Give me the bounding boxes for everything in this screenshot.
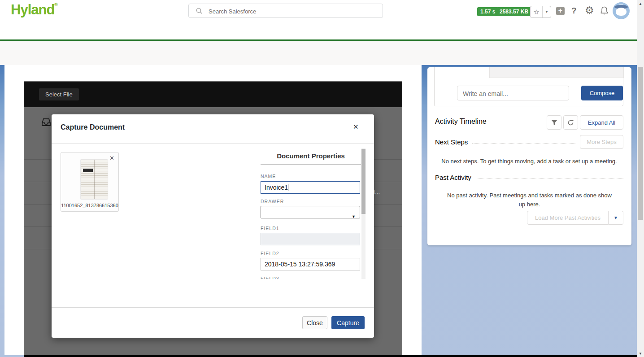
favorites-split-button: ☆ ▼ — [530, 6, 551, 18]
scroll-up-icon[interactable]: ▲ — [639, 2, 642, 6]
hyland-logo: Hyland® — [11, 2, 58, 18]
filter-icon — [551, 120, 557, 126]
load-more-menu-button[interactable]: ▼ — [609, 211, 623, 225]
modal-title: Capture Document — [61, 123, 125, 131]
plus-icon: + — [558, 7, 562, 14]
search-input[interactable] — [208, 6, 375, 17]
drawer-inbox-icon — [42, 118, 51, 126]
next-steps-empty-text: No next steps. To get things moving, add… — [435, 157, 623, 166]
drawer-label: DRAWER — [261, 199, 284, 204]
drawer-select[interactable]: ▼ — [261, 206, 360, 218]
activity-panel-card: Compose Activity Timeline Expand All Nex… — [427, 67, 631, 245]
close-icon: ✕ — [353, 123, 359, 131]
refresh-icon — [567, 119, 574, 126]
refresh-timeline-button[interactable] — [563, 115, 578, 130]
notifications-button[interactable] — [600, 6, 609, 17]
global-actions-button[interactable]: + — [556, 7, 565, 15]
load-more-past-activities-button[interactable]: Load More Past Activities — [527, 211, 609, 225]
select-file-button[interactable]: Select File — [39, 88, 79, 100]
past-activity-empty-text: No past activity. Past meetings and task… — [445, 191, 614, 209]
expand-all-button[interactable]: Expand All — [580, 115, 623, 130]
next-steps-title: Next Steps — [435, 138, 468, 146]
record-page-header: Demo Account + Follow Edit Delete View A… — [0, 41, 637, 65]
activity-timeline-title: Activity Timeline — [435, 118, 487, 126]
search-icon — [196, 8, 203, 14]
properties-title: Document Properties — [261, 152, 361, 160]
text-cursor — [288, 184, 288, 191]
gear-icon: ⚙ — [585, 4, 594, 16]
past-activity-row: Past Activity — [435, 172, 623, 183]
filter-timeline-button[interactable] — [547, 115, 561, 130]
star-icon: ☆ — [533, 8, 539, 16]
global-header: Hyland® 1.57 s 2583.57 KB ☆ ▼ + ? ⚙ — [0, 0, 637, 22]
past-activity-title: Past Activity — [435, 174, 471, 181]
perf-size-badge: 2583.57 KB — [496, 7, 531, 16]
email-toolbar-remnant — [489, 67, 624, 78]
compose-button[interactable]: Compose — [581, 86, 623, 100]
load-more-group: Load More Past Activities ▼ — [527, 211, 623, 225]
salesforce-window: Hyland® 1.57 s 2583.57 KB ☆ ▼ + ? ⚙ Perc… — [0, 0, 644, 357]
bell-icon — [600, 6, 609, 15]
document-properties-panel: Document Properties NAME Invoice1 DRAWER… — [261, 148, 361, 279]
field3-label: FIELD3 — [261, 276, 279, 279]
name-input[interactable]: Invoice1 — [261, 181, 360, 194]
modal-header-divider — [52, 143, 374, 144]
favorites-menu-button[interactable]: ▼ — [543, 6, 551, 17]
document-thumbnail-card: ✕ 11001652_813786615360 — [61, 152, 119, 212]
field2-label: FIELD2 — [261, 251, 279, 256]
capture-button[interactable]: Capture — [331, 316, 365, 329]
capture-document-modal: Capture Document ✕ ✕ 11001652_8137866153… — [52, 114, 374, 338]
question-icon: ? — [571, 6, 577, 15]
registered-mark: ® — [54, 2, 57, 7]
favorite-star-button[interactable]: ☆ — [531, 6, 543, 17]
email-input[interactable] — [462, 88, 566, 99]
field1-label: FIELD1 — [261, 226, 279, 231]
more-steps-button[interactable]: More Steps — [580, 135, 623, 149]
close-icon: ✕ — [109, 155, 114, 161]
properties-divider — [261, 164, 361, 165]
user-avatar[interactable] — [613, 2, 630, 19]
properties-scrollbar-thumb[interactable] — [361, 149, 366, 214]
iframe-bottom-edge — [24, 355, 637, 357]
scroll-down-icon[interactable]: ▼ — [639, 352, 642, 356]
chevron-down-icon: ▼ — [352, 211, 356, 222]
modal-footer-divider — [52, 307, 374, 308]
global-search[interactable] — [188, 4, 383, 18]
setup-button[interactable]: ⚙ — [585, 4, 594, 17]
remove-thumbnail-button[interactable]: ✕ — [109, 155, 114, 161]
app-nav-bar: Perceptive Interact ... Home Perceptive … — [0, 22, 637, 41]
thumbnail-filename: 11001652_813786615360 — [61, 203, 118, 208]
perf-time-badge: 1.57 s — [477, 7, 498, 16]
chevron-down-icon: ▼ — [545, 10, 548, 14]
dotted-divider — [476, 178, 623, 179]
page-scrollbar-thumb[interactable] — [638, 67, 643, 220]
field2-input[interactable]: 2018-05-15 13:27:59.369 — [261, 258, 360, 270]
capture-toolbar: Select File — [24, 82, 402, 107]
field1-input — [261, 233, 360, 245]
chevron-down-icon: ▼ — [614, 215, 618, 220]
document-thumbnail-image[interactable] — [81, 160, 108, 199]
dotted-divider — [472, 143, 575, 144]
email-input-wrap — [457, 86, 569, 100]
email-composer-card: Compose — [434, 67, 623, 106]
modal-close-button[interactable]: ✕ — [353, 123, 359, 131]
help-button[interactable]: ? — [571, 6, 577, 16]
close-button[interactable]: Close — [302, 316, 327, 329]
next-steps-row: Next Steps More Steps — [435, 135, 623, 149]
name-label: NAME — [261, 174, 276, 179]
avatar-face — [616, 8, 627, 16]
